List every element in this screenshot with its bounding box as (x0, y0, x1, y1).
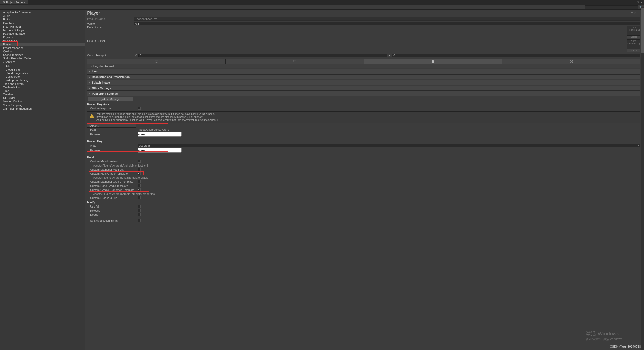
alias-label: Alias (90, 144, 138, 147)
reset-icon[interactable]: ⟳ (634, 11, 637, 15)
sidebar-item-visual-scripting[interactable]: Visual Scripting (0, 103, 85, 107)
custom-gradle-props-checkbox[interactable] (138, 188, 141, 191)
scrollbar[interactable] (641, 7, 644, 350)
custom-main-manifest-checkbox[interactable] (138, 160, 141, 163)
sidebar-item-timeline[interactable]: Timeline (0, 93, 85, 96)
svg-rect-1 (156, 63, 157, 63)
sidebar-item-time[interactable]: Time (0, 89, 85, 93)
sidebar-item-package-manager[interactable]: Package Manager (0, 32, 85, 35)
y-label: Y (388, 54, 391, 57)
keystore-path-value: Assets/aceprotp.keystore (138, 128, 640, 131)
product-name-input[interactable] (134, 17, 640, 21)
tab-standalone[interactable] (87, 59, 226, 64)
sidebar-item-cloud-diagnostics[interactable]: Cloud Diagnostics (0, 71, 85, 75)
search-input[interactable] (585, 5, 638, 9)
sidebar-item-in-app-purchasing[interactable]: In-App Purchasing (0, 78, 85, 82)
custom-proguard-checkbox[interactable] (138, 196, 141, 199)
sidebar-item-graphics[interactable]: Graphics (0, 21, 85, 25)
tab-android[interactable] (364, 59, 502, 64)
sidebar-item-tags-and-layers[interactable]: Tags and Layers (0, 82, 85, 86)
custom-base-gradle-label: Custom Base Gradle Template (90, 184, 138, 187)
sidebar-item-audio[interactable]: Audio (0, 14, 85, 18)
split-binary-checkbox[interactable] (138, 219, 141, 222)
sidebar-item-editor[interactable]: Editor (0, 18, 85, 21)
search-row: 🔍 (0, 5, 644, 10)
custom-proguard-label: Custom Proguard File (90, 196, 138, 199)
publishing-section: Keystore Manager... Project Keystore Cus… (87, 97, 640, 223)
x-label: X (134, 54, 137, 57)
foldout-publishing[interactable]: Publishing Settings (87, 91, 640, 96)
custom-gradle-props-path: Assets\Plugins\Android\gradleTemplate.pr… (87, 192, 640, 196)
sidebar-item-preset-manager[interactable]: Preset Manager (0, 46, 85, 50)
foldout-resolution[interactable]: Resolution and Presentation (87, 74, 640, 79)
sidebar-item-xr-plugin-management[interactable]: XR Plugin Management (0, 107, 85, 110)
maximize-button[interactable]: ☐ (637, 1, 639, 4)
sidebar-item-scene-template[interactable]: Scene Template (0, 53, 85, 57)
sidebar-item-memory-settings[interactable]: Memory Settings (0, 28, 85, 32)
custom-main-manifest-label: Custom Main Manifest (90, 160, 138, 163)
use-r8-checkbox[interactable] (138, 205, 141, 208)
keystore-password-input[interactable] (138, 132, 182, 137)
custom-main-manifest-path: Assets\Plugins\Android\AndroidManifest.x… (87, 163, 640, 168)
project-key-header: Project Key (87, 139, 640, 143)
minify-release-label: Release (90, 209, 138, 212)
custom-main-gradle-checkbox[interactable] (138, 172, 141, 175)
warning-box: You are making a release build and using… (87, 111, 640, 123)
window-tab[interactable]: Project Settings (0, 0, 28, 4)
custom-launcher-gradle-checkbox[interactable] (138, 180, 141, 183)
gear-icon (3, 1, 5, 4)
custom-gradle-props-label: Custom Gradle Properties Template (90, 188, 138, 191)
sidebar-item-quality[interactable]: Quality (0, 50, 85, 53)
split-binary-label: Split Application Binary (90, 219, 138, 222)
hotspot-x-input[interactable] (138, 54, 387, 57)
version-input[interactable] (134, 22, 640, 25)
sidebar-item-textmesh-pro[interactable]: TextMesh Pro (0, 86, 85, 89)
tab-ios[interactable]: iOS (502, 59, 640, 64)
sidebar-item-collaborate[interactable]: Collaborate (0, 75, 85, 78)
alias-dropdown[interactable]: aceprotp (138, 144, 640, 147)
build-header: Build (87, 155, 640, 159)
default-icon-picker[interactable]: None (Texture 2D) Select (627, 26, 640, 38)
default-cursor-picker[interactable]: None (Texture 2D) Select (627, 39, 640, 52)
sidebar-item-physics-2d[interactable]: Physics 2D (0, 39, 85, 43)
custom-launcher-manifest-checkbox[interactable] (138, 168, 141, 171)
version-label: Version (87, 22, 134, 25)
sidebar-item-services[interactable]: Services (0, 60, 85, 64)
minify-debug-checkbox[interactable] (138, 213, 141, 216)
default-icon-label: Default Icon (87, 26, 134, 29)
sidebar-item-input-manager[interactable]: Input Manager (0, 25, 85, 28)
custom-keystore-checkbox[interactable] (138, 107, 141, 110)
sidebar-item-script-execution-order[interactable]: Script Execution Order (0, 57, 85, 60)
minify-header: Minify (87, 200, 640, 204)
key-password-input[interactable] (138, 148, 182, 153)
keystore-select-dropdown[interactable]: Select... (87, 124, 136, 128)
sidebar-item-cloud-build[interactable]: Cloud Build (0, 68, 85, 71)
keystore-manager-button[interactable]: Keystore Manager... (88, 97, 133, 101)
minimize-button[interactable]: — (633, 1, 635, 4)
sidebar-item-adaptive-performance[interactable]: Adaptive Performance (0, 11, 85, 14)
sidebar-item-version-control[interactable]: Version Control (0, 100, 85, 103)
sidebar-item-physics[interactable]: Physics (0, 35, 85, 39)
foldout-splash[interactable]: Splash Image (87, 80, 640, 85)
product-name-label: Product Name (87, 17, 134, 20)
server-icon (293, 60, 296, 63)
tab-server[interactable] (226, 59, 364, 64)
use-r8-label: Use R8 (90, 205, 138, 208)
monitor-icon (155, 60, 158, 63)
close-button[interactable]: ✕ (640, 1, 642, 4)
sidebar-item-player[interactable]: Player (0, 43, 85, 46)
hotspot-y-input[interactable] (392, 54, 640, 57)
custom-base-gradle-checkbox[interactable] (138, 184, 141, 187)
key-password-label: Password (90, 149, 138, 152)
sidebar-item-ads[interactable]: Ads (0, 64, 85, 68)
android-settings-header: Settings for Android (87, 64, 640, 68)
sidebar-item-ui-builder[interactable]: UI Builder (0, 96, 85, 100)
menu-icon[interactable]: ⋮ (638, 11, 641, 15)
foldout-icon[interactable]: Icon (87, 69, 640, 74)
svg-rect-0 (155, 60, 158, 62)
minify-release-checkbox[interactable] (138, 209, 141, 212)
foldout-other[interactable]: Other Settings (87, 86, 640, 91)
custom-keystore-label: Custom Keystore (90, 107, 138, 110)
custom-main-gradle-label: Custom Main Gradle Template (90, 172, 138, 175)
help-icon[interactable]: ? (631, 11, 633, 15)
